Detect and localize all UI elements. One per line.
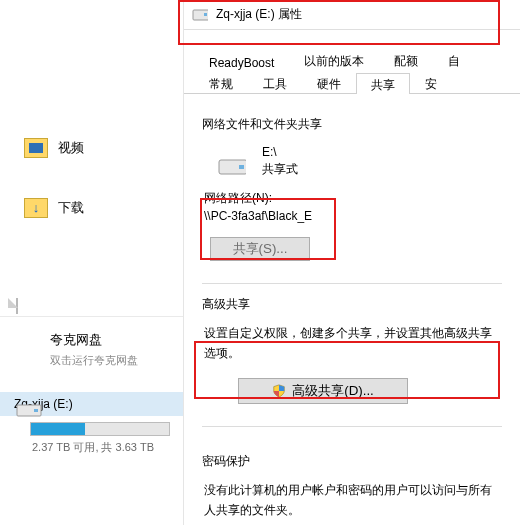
properties-dialog: Zq-xjja (E:) 属性 ReadyBoost 以前的版本 配额 自 常规…: [184, 0, 520, 525]
sharing-panel: 网络文件和文件夹共享 E:\ 共享式 网络路径(N): \\PC-3fa3af\…: [184, 94, 520, 525]
svg-rect-5: [239, 165, 244, 169]
section-network-share: 网络文件和文件夹共享: [202, 116, 502, 133]
tab-readyboost[interactable]: ReadyBoost: [194, 52, 289, 70]
hard-drive-icon: [192, 9, 208, 21]
svg-rect-3: [204, 13, 207, 16]
tab-hardware[interactable]: 硬件: [302, 72, 356, 93]
dialog-titlebar: Zq-xjja (E:) 属性: [184, 0, 520, 30]
drive-usage-text: 2.37 TB 可用, 共 3.63 TB: [32, 440, 183, 455]
drive-usage-bar: [30, 422, 170, 436]
tab-security[interactable]: 安: [410, 72, 452, 93]
sidebar-item-videos[interactable]: 视频: [0, 130, 183, 166]
share-button[interactable]: 共享(S)...: [210, 237, 310, 261]
tab-general[interactable]: 常规: [194, 72, 248, 93]
tab-sharing[interactable]: 共享: [356, 73, 410, 94]
network-path-label: 网络路径(N):: [204, 190, 502, 207]
advanced-share-button[interactable]: 高级共享(D)...: [238, 378, 408, 404]
downloads-folder-icon: [24, 196, 48, 220]
tab-row-1: ReadyBoost 以前的版本 配额 自: [184, 48, 520, 70]
tab-row-2: 常规 工具 硬件 共享 安: [184, 72, 520, 94]
share-state: 共享式: [262, 161, 298, 178]
tab-customize[interactable]: 自: [433, 49, 475, 70]
share-target-row: E:\ 共享式: [218, 143, 502, 180]
uac-shield-icon: [272, 384, 286, 398]
section-password-protect: 密码保护: [202, 453, 502, 470]
sidebar-item-quark[interactable]: 夸克网盘 双击运行夸克网盘: [0, 316, 183, 368]
drive-capacity: 2.37 TB 可用, 共 3.63 TB: [0, 422, 183, 455]
quark-subtitle: 双击运行夸克网盘: [50, 353, 183, 368]
share-path: E:\: [262, 145, 298, 159]
tab-tools[interactable]: 工具: [248, 72, 302, 93]
sidebar-item-downloads[interactable]: 下载: [0, 190, 183, 226]
advanced-share-button-label: 高级共享(D)...: [292, 382, 374, 400]
password-desc-1: 没有此计算机的用户帐户和密码的用户可以访问与所有人共享的文件夹。: [204, 480, 502, 521]
quark-title: 夸克网盘: [50, 331, 183, 349]
network-path-value: \\PC-3fa3af\Black_E: [204, 209, 502, 223]
sidebar-label: 下载: [58, 199, 84, 217]
advanced-share-desc: 设置自定义权限，创建多个共享，并设置其他高级共享选项。: [204, 323, 502, 364]
tab-previous-versions[interactable]: 以前的版本: [289, 49, 379, 70]
videos-folder-icon: [24, 136, 48, 160]
hard-drive-icon: [218, 155, 246, 175]
dialog-title: Zq-xjja (E:) 属性: [216, 6, 302, 23]
sidebar-label: 视频: [58, 139, 84, 157]
svg-rect-1: [34, 409, 38, 412]
explorer-sidebar: 视频 下载 夸克网盘 双击运行夸克网盘 Zq-xjja (E:) 2.37 TB…: [0, 0, 184, 525]
document-icon: [16, 299, 40, 323]
section-advanced-share: 高级共享: [202, 296, 502, 313]
hard-drive-icon: [16, 402, 42, 418]
tab-quota[interactable]: 配额: [379, 49, 433, 70]
